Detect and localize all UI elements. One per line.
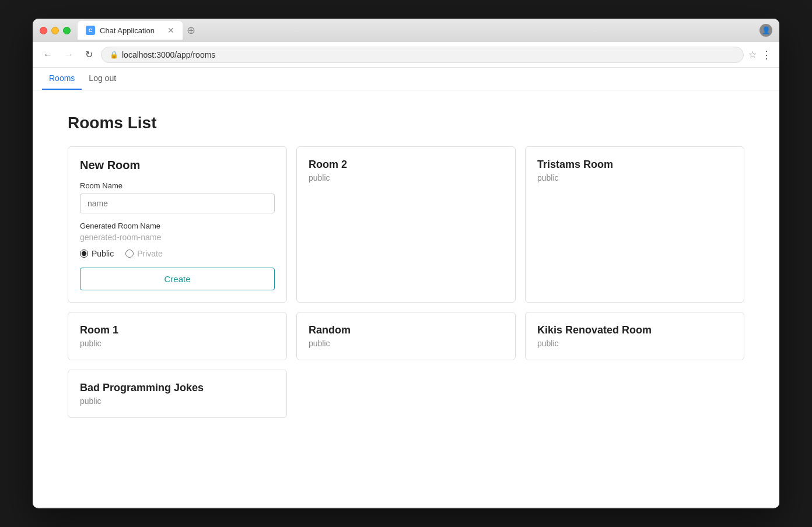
room-card-visibility: public — [537, 173, 732, 182]
room-card-visibility: public — [537, 339, 732, 348]
tab-close-icon[interactable]: ✕ — [167, 26, 174, 34]
browser-menu-icon[interactable]: ⋮ — [761, 48, 772, 61]
browser-window: C Chat Application ✕ ⊕ 👤 ← → ↻ 🔒 localho… — [33, 19, 779, 508]
minimize-button[interactable] — [51, 27, 59, 34]
public-radio-input[interactable] — [80, 250, 88, 258]
room-card-visibility: public — [80, 339, 275, 348]
private-radio-input[interactable] — [125, 250, 134, 258]
lock-icon: 🔒 — [110, 51, 118, 59]
nav-logout[interactable]: Log out — [82, 68, 123, 90]
room-card-name: Bad Programming Jokes — [80, 382, 275, 394]
room-card-visibility: public — [309, 339, 503, 348]
room-card-kikis[interactable]: Kikis Renovated Room public — [525, 312, 744, 360]
generated-room-name-value: generated-room-name — [80, 233, 275, 242]
maximize-button[interactable] — [63, 27, 71, 34]
new-room-card: New Room Room Name Generated Room Name g… — [68, 146, 287, 303]
window-user-icon: 👤 — [760, 24, 772, 37]
traffic-lights — [40, 27, 71, 34]
room-name-label: Room Name — [80, 181, 275, 190]
back-button[interactable]: ← — [40, 47, 56, 62]
new-tab-button[interactable]: ⊕ — [183, 22, 199, 38]
active-tab[interactable]: C Chat Application ✕ — [78, 21, 183, 40]
room-card-random[interactable]: Random public — [296, 312, 516, 360]
room-card-visibility: public — [309, 173, 503, 182]
address-bar-input[interactable]: 🔒 localhost:3000/app/rooms — [101, 47, 744, 63]
title-bar: C Chat Application ✕ ⊕ 👤 — [33, 19, 779, 42]
main-content: Rooms List New Room Room Name Generated … — [33, 90, 779, 507]
room-card-visibility: public — [80, 396, 275, 406]
nav-rooms[interactable]: Rooms — [42, 68, 82, 90]
public-radio-text: Public — [92, 249, 114, 258]
new-room-title: New Room — [80, 159, 275, 172]
user-avatar: 👤 — [760, 24, 772, 37]
forward-button[interactable]: → — [61, 47, 77, 62]
public-radio-label[interactable]: Public — [80, 249, 114, 258]
bookmark-icon[interactable]: ☆ — [748, 49, 757, 60]
app-nav: Rooms Log out — [33, 68, 779, 90]
room-card-room2[interactable]: Room 2 public — [296, 146, 516, 303]
generated-room-name-label: Generated Room Name — [80, 222, 275, 230]
tab-area: C Chat Application ✕ ⊕ — [78, 21, 760, 40]
private-radio-label[interactable]: Private — [125, 249, 163, 258]
url-text: localhost:3000/app/rooms — [122, 50, 735, 59]
tab-favicon: C — [86, 26, 95, 35]
room-card-badprogramming[interactable]: Bad Programming Jokes public — [68, 370, 287, 418]
create-button[interactable]: Create — [80, 268, 275, 290]
page-title: Rooms List — [68, 114, 744, 132]
room-card-name: Random — [309, 324, 503, 336]
room-card-name: Room 1 — [80, 324, 275, 336]
private-radio-text: Private — [137, 249, 163, 258]
room-card-name: Kikis Renovated Room — [537, 324, 732, 336]
room-card-name: Room 2 — [309, 159, 503, 171]
new-tab-icon: ⊕ — [187, 24, 195, 37]
room-card-name: Tristams Room — [537, 159, 732, 171]
room-card-tristams[interactable]: Tristams Room public — [525, 146, 744, 303]
tab-title: Chat Application — [100, 26, 163, 35]
visibility-radio-group: Public Private — [80, 249, 275, 258]
room-name-input[interactable] — [80, 194, 275, 213]
address-bar: ← → ↻ 🔒 localhost:3000/app/rooms ☆ ⋮ — [33, 42, 779, 68]
close-button[interactable] — [40, 27, 47, 34]
refresh-button[interactable]: ↻ — [82, 47, 96, 62]
room-card-room1[interactable]: Room 1 public — [68, 312, 287, 360]
rooms-grid: New Room Room Name Generated Room Name g… — [68, 146, 744, 418]
